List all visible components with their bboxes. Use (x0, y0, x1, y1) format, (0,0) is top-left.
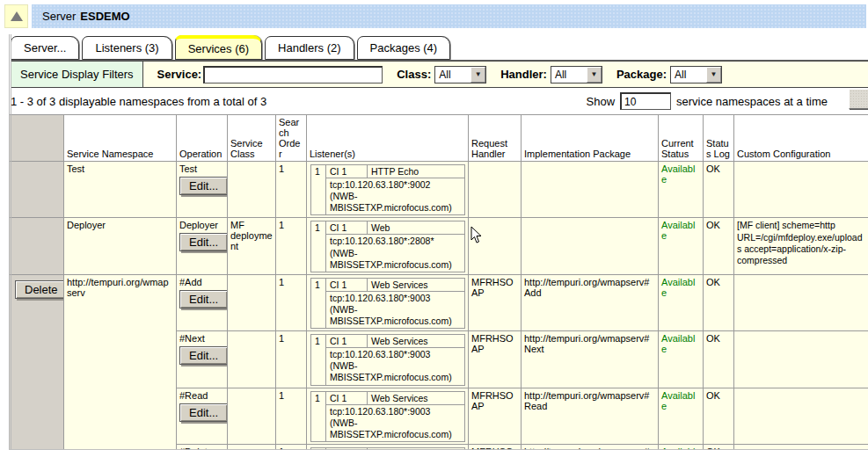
package-filter-select[interactable]: All ▼ (670, 66, 722, 83)
listener-endpoint: tcp:10.120.63.180*:9003 (NWB-MBISSETXP.m… (326, 404, 465, 441)
services-admin-page: Server ESDEMO Server... Listeners (3) Se… (0, 4, 868, 450)
listener-type: Web Services (368, 278, 465, 291)
tab-packages[interactable]: Packages (4) (357, 36, 451, 60)
show-count-input[interactable] (620, 92, 671, 110)
listener-cell: 1 CI 1 HTTP Echo tcp:10.120.63.180*:9002… (307, 162, 469, 218)
status-cell: Available (659, 331, 704, 388)
listener-cell: 1 CI 1 Web Services tcp:10.120.63.180*:9… (307, 331, 469, 388)
listener-cell: 1 CI 1 Web tcp:10.120.63.180*:2808* (NWB… (307, 218, 469, 274)
col-implementation-package: Implementation Package (522, 115, 659, 162)
custom-config-cell (734, 162, 868, 218)
action-cell: Delete (10, 274, 64, 450)
service-class-cell (228, 162, 276, 218)
edit-button[interactable]: Edit... (179, 346, 228, 365)
show-suffix: service namespaces at a time (676, 95, 828, 108)
status-cell: Available (659, 388, 704, 444)
service-filter-input[interactable] (203, 66, 383, 83)
service-filter-label: Service: (157, 68, 202, 81)
tab-server[interactable]: Server... (11, 36, 79, 60)
package-filter-value: All (671, 69, 706, 81)
status-cell: Available (659, 218, 704, 274)
col-request-handler: Request Handler (469, 115, 522, 162)
search-order-cell: 1 (276, 274, 307, 330)
delete-button[interactable]: Delete (15, 280, 64, 299)
operation-name: Deployer (179, 220, 218, 230)
listener-host: (NWB-MBISSETXP.microfocus.com) (330, 360, 461, 383)
class-filter-label: Class: (397, 68, 431, 81)
namespace-cell: Test (64, 162, 177, 218)
filter-bar-title: Service Display Filters (11, 62, 143, 87)
show-count-group: Show service namespaces at a time (587, 92, 828, 110)
listener-conversation: CI 1 (326, 165, 368, 178)
listener-address: tcp:10.120.63.180*:9003 (330, 293, 461, 304)
col-search-order: Search Order (276, 115, 307, 162)
status-cell: Available (659, 274, 704, 330)
listener-number: 1 (311, 391, 326, 441)
listener-host: (NWB-MBISSETXP.microfocus.com) (330, 191, 461, 214)
handler-filter-select[interactable]: All ▼ (551, 66, 602, 83)
collapse-button[interactable] (4, 4, 28, 28)
listener-number: 1 (311, 221, 326, 272)
request-handler-cell (469, 162, 522, 218)
listener-endpoint: tcp:10.120.63.180*:9003 (NWB-MBISSETXP.m… (326, 348, 465, 385)
chevron-down-icon[interactable]: ▼ (706, 67, 721, 83)
listener-type: Web (368, 221, 465, 235)
status-log-cell: OK (704, 331, 734, 388)
listener-conversation: CI 1 (326, 391, 368, 404)
col-current-status: Current Status (659, 115, 704, 162)
listener-host: (NWB-MBISSETXP.microfocus.com) (330, 304, 461, 327)
refresh-button-partial[interactable] (849, 89, 868, 109)
class-filter-select[interactable]: All ▼ (434, 66, 486, 83)
tab-listeners[interactable]: Listeners (3) (82, 36, 171, 60)
search-order-cell: 1 (276, 218, 307, 274)
custom-config-cell (734, 388, 868, 444)
operation-name: Test (179, 163, 197, 174)
listener-mini-table: 1 CI 1 Web tcp:10.120.63.180*:2808* (NWB… (310, 221, 465, 272)
edit-button[interactable]: Edit... (179, 403, 228, 422)
listener-endpoint: tcp:10.120.63.180*:9002 (NWB-MBISSETXP.m… (326, 178, 465, 215)
status-log-cell: OK (704, 218, 734, 274)
chevron-down-icon[interactable]: ▼ (587, 67, 602, 83)
listener-address: tcp:10.120.63.180*:9002 (330, 179, 461, 191)
col-custom-configuration: Custom Configuration (734, 115, 868, 162)
service-class-cell (228, 388, 276, 444)
request-handler-cell: MFRHSOAP (469, 274, 522, 330)
implementation-cell: http://tempuri.org/wmapserv#Next (522, 331, 659, 388)
listener-cell: 1 CI 1 Web Services tcp:10.120.63.180*:9… (307, 274, 469, 330)
table-row: Deployer Deployer Edit... MF deployment … (10, 218, 868, 274)
table-header-row: Service Namespace Operation Service Clas… (10, 115, 868, 162)
col-status-log: Status Log (704, 115, 734, 162)
listener-number: 1 (311, 165, 326, 215)
tab-handlers[interactable]: Handlers (2) (265, 36, 354, 60)
listener-mini-table: 1 CI 1 Web Services tcp:10.120.63.180*:9… (310, 278, 465, 329)
operation-cell: Deployer Edit... (177, 218, 228, 274)
listener-type: Web Services (368, 391, 465, 404)
edit-button[interactable]: Edit... (179, 177, 228, 195)
operation-name: #Add (179, 277, 202, 287)
table-row: Test Test Edit... 1 1 CI 1 HTTP Echo (10, 162, 868, 218)
handler-filter-value: All (551, 69, 587, 81)
operation-cell: #Add Edit... (177, 274, 228, 330)
col-listeners: Listener(s) (307, 115, 469, 162)
implementation-cell: http://tempuri.org/wmapserv#Read (522, 388, 659, 444)
listener-cell: 1 CI 1 Web Services tcp:10.120.63.180*:9… (307, 388, 469, 444)
custom-config-cell (734, 274, 868, 330)
edit-button[interactable]: Edit... (179, 233, 228, 251)
edit-button[interactable]: Edit... (179, 290, 228, 308)
custom-config-cell: [MF client] scheme=http URL=/cgi/mfdeplo… (734, 218, 868, 274)
listener-number: 1 (311, 335, 326, 385)
custom-config-cell (734, 331, 868, 388)
tab-services[interactable]: Services (6) (175, 35, 262, 60)
namespace-cell: Deployer (64, 218, 177, 274)
listener-address: tcp:10.120.63.180*:9003 (330, 406, 461, 417)
operation-cell: #Read Edit... (177, 388, 228, 444)
operation-name: #Next (179, 333, 205, 344)
col-service-class: Service Class (228, 115, 276, 162)
request-handler-cell (469, 218, 522, 274)
chevron-down-icon[interactable]: ▼ (470, 67, 485, 83)
status-log-cell: OK (704, 162, 734, 218)
status-log-cell: OK (704, 274, 734, 330)
listener-conversation: CI 1 (326, 335, 368, 348)
col-action (10, 115, 64, 162)
col-operation: Operation (177, 115, 228, 162)
